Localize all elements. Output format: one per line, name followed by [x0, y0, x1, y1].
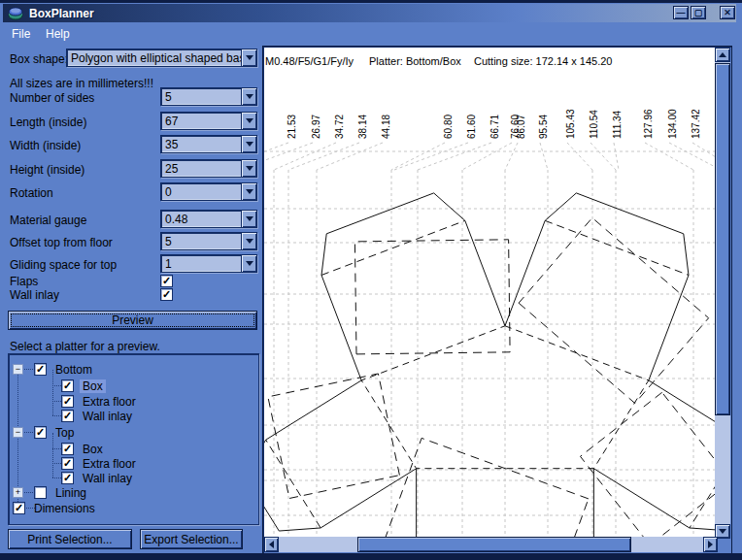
tree-checkbox[interactable]: ✓	[61, 395, 74, 408]
tree-checkbox[interactable]: ✓	[61, 457, 74, 470]
scroll-right-icon[interactable]	[703, 537, 718, 552]
dimension-label: 95.54	[538, 115, 549, 139]
preview-button[interactable]: Preview	[8, 311, 257, 330]
field-combo[interactable]: 5	[160, 87, 257, 106]
tree-checkbox[interactable]: ✓	[34, 363, 47, 376]
field-value: 5	[161, 90, 241, 104]
title-bar[interactable]: BoxPlanner	[3, 4, 736, 22]
tree-item-wall-inlay[interactable]: ✓Wall inlay	[61, 409, 135, 423]
chevron-down-icon[interactable]	[241, 183, 256, 200]
wall-inlay-checkbox[interactable]: ✓	[160, 288, 173, 301]
field-combo[interactable]: 1	[160, 254, 257, 273]
chevron-down-icon[interactable]	[241, 136, 256, 152]
field-combo[interactable]: 0.48	[160, 210, 257, 228]
tree-item-bottom[interactable]: −✓Bottom	[13, 362, 95, 377]
horizontal-scrollbar[interactable]	[264, 537, 718, 552]
tree-checkbox[interactable]: ✓	[13, 502, 25, 514]
chevron-down-icon[interactable]	[241, 233, 256, 249]
settings-code: M0.48/F5/G1/Fy/Iy	[265, 55, 354, 67]
tree-item-label[interactable]: Bottom	[52, 363, 95, 377]
scroll-up-icon[interactable]	[715, 48, 730, 62]
menu-help[interactable]: Help	[41, 26, 75, 42]
drawing-canvas[interactable]: M0.48/F5/G1/Fy/Iy Platter: Bottom/Box Cu…	[264, 48, 715, 539]
field-label: Height (inside)	[10, 163, 84, 177]
tree-item-top[interactable]: −✓Top	[13, 425, 77, 440]
vertical-scroll-thumb[interactable]	[715, 63, 730, 415]
chevron-down-icon[interactable]	[241, 49, 256, 66]
tree-item-label[interactable]: Lining	[52, 486, 89, 500]
field-value: 5	[161, 235, 241, 248]
field-value: 0.48	[161, 213, 241, 226]
close-button[interactable]: ✕	[720, 6, 735, 19]
tree-item-box[interactable]: ✓Box	[61, 442, 106, 456]
collapse-icon[interactable]: −	[13, 364, 23, 375]
field-combo[interactable]: 0	[160, 182, 257, 201]
platter-select-label: Select a platter for a preview.	[10, 340, 160, 353]
tree-item-wall-inlay[interactable]: ✓Wall inlay	[61, 471, 135, 485]
checkbox-label: Wall inlay	[10, 288, 59, 302]
print-selection-button[interactable]: Print Selection...	[8, 529, 132, 549]
horizontal-scroll-thumb[interactable]	[357, 537, 631, 552]
units-note: All sizes are in millimeters!!!	[10, 77, 153, 90]
app-icon	[8, 7, 23, 20]
field-value: 1	[161, 257, 241, 271]
chevron-down-icon[interactable]	[241, 211, 256, 227]
tree-item-label[interactable]: Extra floor	[80, 457, 139, 471]
minimize-button[interactable]: —	[673, 6, 689, 19]
tree-checkbox[interactable]: ✓	[34, 426, 47, 439]
dimension-label: 105.43	[565, 109, 576, 139]
flaps-checkbox[interactable]: ✓	[160, 275, 173, 287]
tree-item-label[interactable]: Box	[80, 379, 106, 393]
tree-item-label[interactable]: Box	[80, 443, 106, 456]
platter-tree: −✓Bottom✓Box✓Extra floor✓Wall inlay−✓Top…	[8, 353, 259, 525]
box-shape-label: Box shape:	[10, 52, 68, 66]
dimension-label: 86.07	[516, 115, 526, 139]
tree-item-label[interactable]: Extra floor	[80, 395, 139, 409]
tree-checkbox[interactable]: ✓	[61, 443, 74, 455]
menu-file[interactable]: File	[7, 26, 35, 42]
box-net-drawing: 21.5326.9734.7238.1444.1860.8061.6066.71…	[264, 48, 715, 539]
chevron-down-icon[interactable]	[241, 160, 256, 177]
scroll-left-icon[interactable]	[264, 537, 279, 552]
field-label: Width (inside)	[10, 139, 81, 152]
dimension-label: 21.53	[287, 115, 297, 139]
field-value: 35	[161, 138, 241, 151]
field-combo[interactable]: 67	[160, 112, 257, 130]
platter-indicator: Platter: Bottom/Box	[369, 55, 461, 67]
export-selection-button[interactable]: Export Selection...	[140, 529, 243, 549]
chevron-down-icon[interactable]	[241, 113, 256, 129]
tree-item-label[interactable]: Wall inlay	[80, 472, 135, 485]
tree-item-extra-floor[interactable]: ✓Extra floor	[61, 394, 139, 409]
tree-item-box[interactable]: ✓Box	[61, 379, 106, 393]
field-value: 25	[161, 162, 241, 176]
preview-panel: M0.48/F5/G1/Fy/Iy Platter: Bottom/Box Cu…	[262, 46, 732, 554]
dimension-label: 60.80	[443, 115, 454, 139]
tree-item-dimensions[interactable]: ✓Dimensions	[13, 501, 98, 515]
box-shape-select[interactable]: Polygon with elliptical shaped base	[66, 49, 257, 67]
tree-checkbox[interactable]: ✓	[61, 379, 74, 392]
field-combo[interactable]: 35	[160, 135, 257, 153]
dimension-label: 66.71	[489, 115, 500, 139]
dimension-label: 110.54	[589, 110, 599, 139]
field-combo[interactable]: 5	[160, 232, 257, 250]
tree-checkbox[interactable]	[34, 486, 47, 499]
tree-item-label[interactable]: Wall inlay	[80, 410, 135, 423]
dimension-label: 137.42	[691, 109, 701, 139]
field-value: 0	[161, 185, 241, 199]
tree-item-lining[interactable]: +Lining	[13, 485, 89, 500]
dimension-label: 26.97	[311, 115, 321, 139]
collapse-icon[interactable]: −	[13, 427, 23, 438]
tree-item-label[interactable]: Top	[52, 426, 77, 440]
tree-checkbox[interactable]: ✓	[61, 472, 74, 484]
chevron-down-icon[interactable]	[241, 88, 256, 105]
chevron-down-icon[interactable]	[241, 255, 256, 272]
field-combo[interactable]: 25	[160, 159, 257, 178]
vertical-scrollbar[interactable]	[715, 48, 730, 539]
dimension-label: 111.34	[612, 110, 623, 139]
maximize-button[interactable]: ▢	[691, 6, 706, 19]
expand-icon[interactable]: +	[13, 487, 23, 498]
tree-item-label[interactable]: Dimensions	[31, 502, 98, 515]
tree-checkbox[interactable]: ✓	[61, 410, 74, 422]
tree-item-extra-floor[interactable]: ✓Extra floor	[61, 456, 139, 471]
dimension-label: 127.96	[643, 109, 654, 139]
